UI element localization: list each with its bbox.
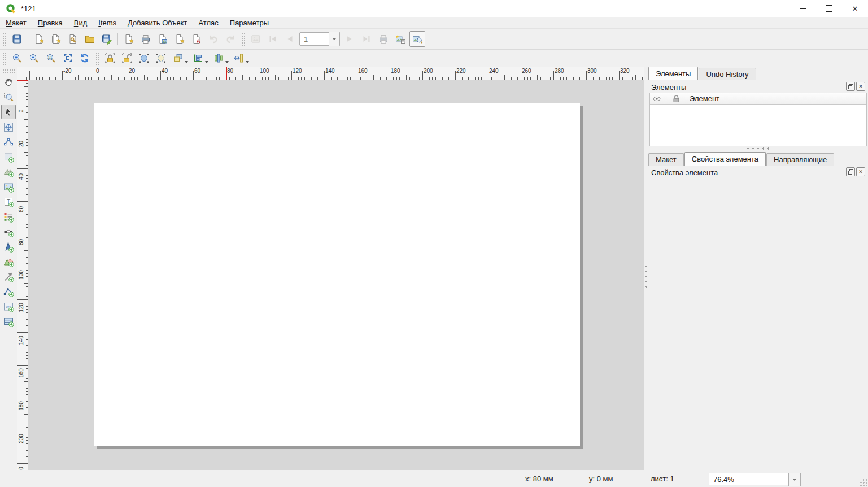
move-item-content-tool[interactable] [1,120,16,134]
padlock-icon [673,95,680,103]
edit-nodes-item-tool[interactable] [1,134,16,149]
menu-items[interactable]: Items [93,18,122,28]
export-as-image-button[interactable] [155,31,171,47]
tab-layout[interactable]: Макет [648,153,684,166]
h-ruler-label: 160 [358,68,368,74]
toolbar-drag-handle[interactable] [2,51,7,65]
zoom-actual-button[interactable]: 1:1 [43,50,59,66]
nodeitem-icon [3,286,14,297]
horizontal-ruler[interactable]: -200204060801001201401601802002202402602… [17,67,644,80]
table-icon [3,316,14,327]
v-ruler-label: 80 [18,234,24,251]
float-panel-icon[interactable] [846,167,855,176]
visibility-column-header [650,93,670,104]
add-pages-button[interactable] [121,31,137,47]
tab-guides[interactable]: Направляющие [766,153,834,166]
zoom-full-button[interactable] [60,50,76,66]
layout-canvas[interactable] [28,80,644,470]
open-from-template-button[interactable] [82,31,98,47]
zoom-combo-dropdown-icon[interactable] [788,473,801,486]
eye-icon [652,94,661,103]
add-legend-tool[interactable] [1,210,16,224]
print-atlas-button [376,31,391,47]
toolbar-separator [117,33,118,45]
add-picture-tool[interactable] [1,180,16,194]
add-3d-map-tool[interactable] [1,164,16,179]
ungroup-icon [155,53,167,64]
zoom-in-button[interactable] [9,50,25,66]
pan-tool[interactable] [1,75,16,89]
items-list[interactable]: Элемент [649,93,867,146]
zoom-tool[interactable] [1,90,16,105]
labelT-icon: T [3,196,14,207]
h-ruler-label: 300 [587,68,597,74]
select-move-item-tool[interactable] [1,105,16,119]
add-label-tool[interactable]: T [1,194,16,209]
redo-icon [225,33,236,45]
close-panel-icon[interactable]: ✕ [856,82,865,91]
add-attribute-table-tool[interactable] [1,314,16,329]
save-project-button[interactable] [9,31,25,47]
vertical-ruler[interactable]: 020406080100120140160180200220 [17,80,28,470]
distribute-items-button[interactable] [211,50,230,66]
add-html-tool[interactable]: </> [1,299,16,314]
close-button[interactable]: ✕ [842,0,868,17]
menu-view[interactable]: Вид [68,18,93,28]
zoom-level-combo[interactable]: 76.4% [709,473,789,485]
layout-page[interactable] [94,103,580,446]
menu-edit[interactable]: Правка [32,18,68,28]
add-arrow-tool[interactable] [1,269,16,284]
add-scalebar-tool[interactable] [1,224,16,239]
menu-atlas[interactable]: Атлас [193,18,224,28]
menu-layout[interactable]: Макет [0,18,32,28]
right-panel-splitter[interactable] [745,147,771,150]
add-shape-tool[interactable] [1,254,16,269]
h-ruler-label: 260 [522,68,531,74]
printer-icon [378,33,389,45]
duplicate-layout-button[interactable] [48,31,64,47]
tab-items-panel[interactable]: Элементы [648,67,698,80]
export-as-pdf-button[interactable] [189,31,204,47]
new-layout-button[interactable] [31,31,47,47]
align-selected-items-button[interactable] [190,50,210,66]
layout-manager-button[interactable] [65,31,81,47]
tab-item-properties[interactable]: Свойства элемента [684,152,766,166]
minimize-button[interactable] [790,0,816,17]
menu-settings[interactable]: Параметры [224,18,274,28]
print-layout-button[interactable] [138,31,154,47]
add-node-item-tool[interactable] [1,284,16,299]
status-bar: x: 80 мм y: 0 мм лист: 1 76.4% [0,470,868,487]
ungroup-items-button[interactable] [153,50,169,66]
export-as-svg-button[interactable] [172,31,187,47]
first-icon [267,33,278,45]
resize-grip[interactable] [860,479,867,486]
float-panel-icon[interactable] [846,82,855,91]
panel-splitter[interactable] [644,67,648,470]
refresh-view-button[interactable] [77,50,93,66]
add-map-tool[interactable] [1,150,16,164]
atlas-feature-spinbox-dropdown-icon[interactable] [329,32,340,46]
toolbar-drag-handle[interactable] [95,51,100,65]
toolbar-drag-handle[interactable] [2,32,7,46]
toolbox-drag-handle[interactable] [2,69,15,73]
zoom-out-button[interactable] [26,50,42,66]
lock-selected-items-button[interactable] [102,50,118,66]
add-north-arrow-tool[interactable] [1,240,16,254]
maximize-button[interactable] [816,0,842,17]
export-atlas-button[interactable] [392,31,408,47]
last-feature-button [359,31,374,47]
h-ruler-label: 80 [227,68,233,74]
hand-icon [3,76,14,88]
atlas-settings-button[interactable] [409,31,425,47]
group-items-button[interactable] [136,50,152,66]
menu-add-item[interactable]: Добавить Объект [122,18,193,28]
previous-feature-button [282,31,298,47]
atlas-feature-spinbox-value[interactable]: 1 [299,32,329,46]
toolbar-drag-handle[interactable] [241,32,246,46]
tab-undo-history[interactable]: Undo History [699,68,756,80]
save-as-template-button[interactable] [99,31,115,47]
unlock-all-items-button[interactable] [119,50,135,66]
raise-selected-items-button[interactable] [170,50,189,66]
resize-items-button[interactable] [231,50,250,66]
close-panel-icon[interactable]: ✕ [856,167,865,176]
